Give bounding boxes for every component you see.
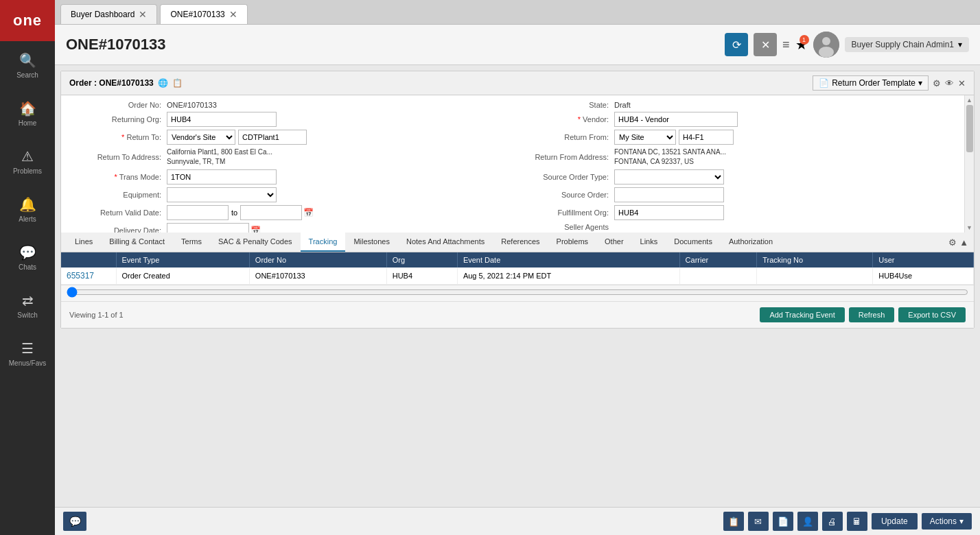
email-icon-btn[interactable]: ✉ — [748, 512, 769, 531]
order-no-label: Order No: — [72, 101, 161, 109]
tab-buyer-dashboard[interactable]: Buyer Dashboard ✕ — [60, 4, 157, 24]
calendar-icon[interactable]: 📅 — [303, 208, 314, 217]
sidebar-item-chats[interactable]: 💬 Chats — [0, 233, 55, 281]
tab-bar: Buyer Dashboard ✕ ONE#1070133 ✕ — [55, 0, 980, 25]
returning-org-input[interactable] — [167, 112, 277, 127]
tab-links[interactable]: Links — [632, 233, 666, 252]
tab-documents[interactable]: Documents — [666, 233, 721, 252]
delivery-calendar-icon[interactable]: 📅 — [250, 226, 261, 233]
row-org: HUB4 — [386, 268, 457, 285]
sidebar-item-alerts[interactable]: 🔔 Alerts — [0, 185, 55, 233]
tab-order-close[interactable]: ✕ — [229, 9, 237, 20]
tab-milestones[interactable]: Milestones — [345, 233, 398, 252]
copy-icon[interactable]: 📋 — [172, 78, 183, 88]
row-id-link[interactable]: 655317 — [67, 271, 94, 281]
scroll-up-btn[interactable]: ▲ — [966, 97, 972, 104]
return-to-address-value: California Plant1, 800 East El Ca...Sunn… — [167, 147, 272, 167]
eye-icon-btn[interactable]: 👁 — [945, 78, 954, 88]
tab-tracking[interactable]: Tracking — [301, 233, 346, 252]
return-order-template-button[interactable]: 📄 Return Order Template ▾ — [813, 75, 929, 91]
delivery-date-input[interactable] — [167, 223, 249, 233]
tab-terms[interactable]: Terms — [173, 233, 210, 252]
vendor-input[interactable] — [614, 112, 738, 127]
tab-authorization[interactable]: Authorization — [721, 233, 781, 252]
table-row: 655317 Order Created ONE#1070133 HUB4 Au… — [61, 268, 974, 285]
panel-close-btn[interactable]: ✕ — [958, 78, 966, 88]
source-order-input[interactable] — [614, 187, 724, 202]
close-button[interactable]: ✕ — [754, 33, 777, 56]
export-csv-button[interactable]: Export to CSV — [898, 307, 966, 322]
return-valid-date-end[interactable] — [240, 205, 302, 220]
equipment-select[interactable] — [167, 187, 277, 202]
calc-icon-btn[interactable]: 🖩 — [847, 512, 867, 531]
user-dropdown[interactable]: Buyer Supply Chain Admin1 ▾ — [845, 37, 969, 52]
tab-settings-icon[interactable]: ⚙ — [948, 237, 957, 248]
chat-button[interactable]: 💬 — [63, 512, 86, 531]
return-to-address-row: Return To Address: California Plant1, 80… — [72, 147, 506, 167]
tab-buyer-label: Buyer Dashboard — [71, 10, 135, 19]
return-from-site-select[interactable]: My Site — [614, 130, 676, 145]
fulfillment-org-input[interactable] — [614, 205, 724, 220]
source-order-type-row: Source Order Type: — [520, 169, 953, 185]
notification-wrapper: ★ 1 — [795, 36, 808, 53]
tab-order-label: ONE#1070133 — [170, 10, 224, 19]
tab-problems[interactable]: Problems — [548, 233, 596, 252]
tab-order-1070133[interactable]: ONE#1070133 ✕ — [160, 4, 247, 24]
user-icon-btn[interactable]: 👤 — [797, 512, 818, 531]
sidebar-item-home[interactable]: 🏠 Home — [0, 89, 55, 137]
sidebar-item-search[interactable]: 🔍 Search — [0, 41, 55, 89]
return-order-label: Return Order Template — [832, 78, 915, 88]
tab-other[interactable]: Other — [596, 233, 632, 252]
main-content: Order : ONE#1070133 🌐 📋 📄 Return Order T… — [55, 65, 980, 507]
sidebar-item-menus[interactable]: ☰ Menus/Favs — [0, 329, 55, 377]
tab-billing-contact[interactable]: Billing & Contact — [101, 233, 173, 252]
settings-icon-btn[interactable]: ⚙ — [933, 78, 941, 88]
sidebar-item-problems[interactable]: ⚠ Problems — [0, 137, 55, 185]
row-event-type: Order Created — [116, 268, 249, 285]
sidebar-label-menus: Menus/Favs — [9, 359, 46, 367]
sidebar: one 🔍 Search 🏠 Home ⚠ Problems 🔔 Alerts … — [0, 0, 55, 535]
tab-notes-attachments[interactable]: Notes And Attachments — [398, 233, 493, 252]
refresh-tracking-button[interactable]: Refresh — [849, 307, 895, 322]
source-order-type-select[interactable] — [614, 169, 724, 185]
return-from-label: Return From: — [520, 133, 609, 141]
tab-lines[interactable]: Lines — [67, 233, 101, 252]
col-event-date: Event Date — [457, 252, 679, 268]
dropdown-chevron-icon: ▾ — [958, 40, 962, 49]
trans-mode-input[interactable] — [167, 169, 277, 185]
tracking-panel: Event Type Order No Org Event Date Carri… — [61, 252, 974, 328]
print-icon-btn[interactable]: 🖨 — [822, 512, 843, 531]
state-row: State: Draft — [520, 101, 953, 109]
return-to-row: Return To: Vendor's Site — [72, 130, 506, 145]
tab-controls: ⚙ ▲ — [948, 237, 968, 248]
return-to-plant-input[interactable] — [238, 130, 307, 145]
sidebar-item-switch[interactable]: ⇄ Switch — [0, 281, 55, 329]
row-event-date: Aug 5, 2021 2:14 PM EDT — [457, 268, 679, 285]
hscroll-bar[interactable] — [67, 288, 968, 296]
copy-icon-btn[interactable]: 📋 — [723, 512, 744, 531]
tab-collapse-icon[interactable]: ▲ — [959, 237, 968, 248]
col-id — [61, 252, 116, 268]
add-tracking-event-button[interactable]: Add Tracking Event — [760, 307, 844, 322]
actions-button[interactable]: Actions ▾ — [922, 513, 972, 530]
globe-icon[interactable]: 🌐 — [158, 78, 168, 88]
return-from-plant-input[interactable] — [679, 130, 734, 145]
return-valid-date-start[interactable] — [167, 205, 229, 220]
return-valid-date-row: Return Valid Date: to 📅 — [72, 205, 506, 220]
doc-icon-btn[interactable]: 📄 — [773, 512, 793, 531]
refresh-button[interactable]: ⟳ — [725, 33, 748, 56]
warning-icon: ⚠ — [21, 148, 34, 165]
tab-sac-penalty[interactable]: SAC & Penalty Codes — [210, 233, 301, 252]
menu-button[interactable]: ≡ — [782, 38, 790, 52]
return-to-site-select[interactable]: Vendor's Site — [167, 130, 235, 145]
tracking-actions: Add Tracking Event Refresh Export to CSV — [760, 307, 966, 322]
scroll-down-btn[interactable]: ▼ — [966, 224, 972, 231]
update-button[interactable]: Update — [872, 513, 918, 530]
col-event-type: Event Type — [116, 252, 249, 268]
tab-references[interactable]: References — [493, 233, 548, 252]
tab-buyer-close[interactable]: ✕ — [139, 9, 147, 20]
user-name: Buyer Supply Chain Admin1 — [852, 40, 954, 49]
vendor-row: Vendor: — [520, 112, 953, 127]
return-from-address-label: Return From Address: — [520, 153, 609, 161]
returning-org-row: Returning Org: — [72, 112, 506, 127]
